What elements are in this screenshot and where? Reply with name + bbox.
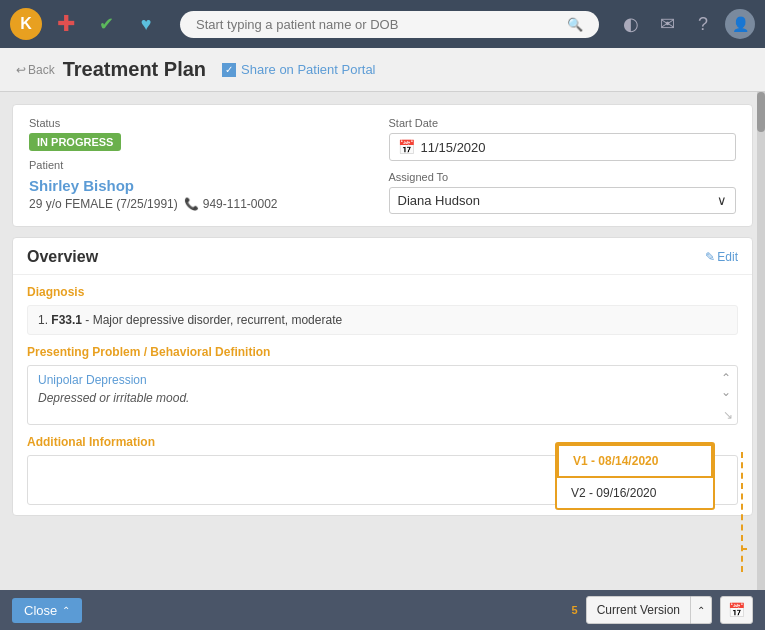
version-v1-item[interactable]: V1 - 08/14/2020 (557, 444, 713, 478)
overview-header: Overview ✎ Edit (13, 238, 752, 275)
edit-icon: ✎ (705, 250, 715, 264)
history-icon[interactable]: ◐ (617, 10, 645, 38)
dashed-line-left (741, 452, 743, 572)
check-icon[interactable]: ✔ (90, 8, 122, 40)
nav-right-icons: ◐ ✉ ? 👤 (617, 9, 755, 39)
version-dropdown-chevron[interactable]: ⌃ (691, 596, 712, 624)
mail-icon[interactable]: ✉ (653, 10, 681, 38)
presenting-box: Unipolar Depression Depressed or irritab… (27, 365, 738, 425)
dashed-line-bottom (741, 548, 747, 550)
patient-status-card: Status IN PROGRESS Patient Shirley Bisho… (12, 104, 753, 227)
diagnosis-box: 1. F33.1 - Major depressive disorder, re… (27, 305, 738, 335)
edit-label: Edit (717, 250, 738, 264)
page-title: Treatment Plan (63, 58, 206, 81)
search-icon: 🔍 (567, 17, 583, 32)
current-version-button[interactable]: Current Version (586, 596, 691, 624)
chevron-up-icon[interactable]: ⌃ (721, 372, 731, 384)
presenting-title: Unipolar Depression (38, 373, 709, 387)
start-date-value: 11/15/2020 (421, 140, 486, 155)
back-label: Back (28, 63, 55, 77)
version-calendar-button[interactable]: 📅 (720, 596, 753, 624)
heart-icon[interactable]: ♥ (130, 8, 162, 40)
back-arrow-icon: ↩ (16, 63, 26, 77)
share-checkbox[interactable]: ✓ (222, 63, 236, 77)
status-field-label: Status (29, 117, 377, 129)
version-count-label: 5 (572, 604, 578, 616)
patient-info: 29 y/o FEMALE (7/25/1991) 📞 949-111-0002 (29, 197, 377, 211)
presenting-inner: Unipolar Depression Depressed or irritab… (28, 366, 737, 412)
dropdown-chevron-icon: ∨ (717, 193, 727, 208)
version-controls: 5 Current Version ⌃ 📅 (572, 596, 754, 624)
scrollbar-track[interactable] (757, 92, 765, 590)
presenting-text: Depressed or irritable mood. (38, 391, 709, 405)
calendar-icon: 📅 (398, 139, 415, 155)
presenting-section-title: Presenting Problem / Behavioral Definiti… (27, 345, 738, 359)
presenting-chevrons: ⌃ ⌄ (721, 372, 731, 398)
resize-handle-icon[interactable]: ↘ (723, 408, 733, 422)
diagnosis-section-title: Diagnosis (27, 285, 738, 299)
close-chevron-icon: ⌃ (62, 605, 70, 616)
search-input[interactable] (196, 17, 559, 32)
search-bar[interactable]: 🔍 (180, 11, 599, 38)
current-version-label: Current Version (597, 603, 680, 617)
patient-field-label: Patient (29, 159, 377, 171)
help-icon[interactable]: ? (689, 10, 717, 38)
assigned-to-value: Diana Hudson (398, 193, 480, 208)
start-date-input[interactable]: 📅 11/15/2020 (389, 133, 737, 161)
start-date-label: Start Date (389, 117, 737, 129)
status-badge: IN PROGRESS (29, 133, 121, 151)
share-label: Share on Patient Portal (241, 62, 375, 77)
version-popup: V1 - 08/14/2020 V2 - 09/16/2020 (555, 442, 715, 510)
back-button[interactable]: ↩ Back (16, 63, 55, 77)
main-content: Status IN PROGRESS Patient Shirley Bisho… (0, 92, 765, 590)
k-logo-icon[interactable]: K (10, 8, 42, 40)
close-label: Close (24, 603, 57, 618)
diagnosis-text: 1. F33.1 - Major depressive disorder, re… (38, 313, 342, 327)
top-navigation: K ✚ ✔ ♥ 🔍 ◐ ✉ ? 👤 (0, 0, 765, 48)
calendar-icon: 📅 (728, 602, 745, 618)
version-dropdown-area: Current Version ⌃ (586, 596, 712, 624)
assigned-to-select[interactable]: Diana Hudson ∨ (389, 187, 737, 214)
right-column: Start Date 📅 11/15/2020 Assigned To Dian… (389, 117, 737, 214)
edit-button[interactable]: ✎ Edit (705, 250, 738, 264)
bottom-bar: Close ⌃ 5 Current Version ⌃ 📅 (0, 590, 765, 630)
add-icon[interactable]: ✚ (50, 8, 82, 40)
version-v2-item[interactable]: V2 - 09/16/2020 (557, 478, 713, 508)
share-portal-area[interactable]: ✓ Share on Patient Portal (222, 62, 375, 77)
user-avatar[interactable]: 👤 (725, 9, 755, 39)
assigned-to-label: Assigned To (389, 171, 737, 183)
scrollbar-thumb[interactable] (757, 92, 765, 132)
left-column: Status IN PROGRESS Patient Shirley Bisho… (29, 117, 377, 214)
patient-name-link[interactable]: Shirley Bishop (29, 177, 377, 194)
overview-title: Overview (27, 248, 98, 266)
chevron-down-icon[interactable]: ⌄ (721, 386, 731, 398)
page-header: ↩ Back Treatment Plan ✓ Share on Patient… (0, 48, 765, 92)
close-button[interactable]: Close ⌃ (12, 598, 82, 623)
